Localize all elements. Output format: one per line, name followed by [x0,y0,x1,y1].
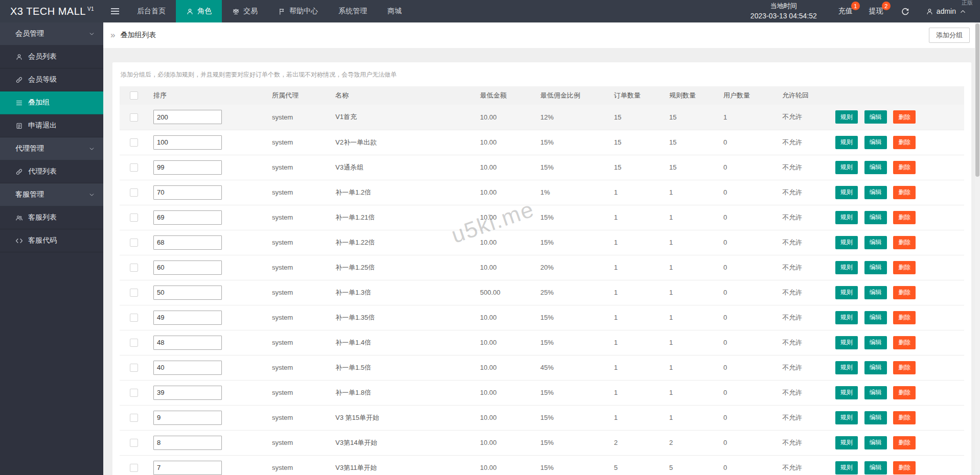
user-menu[interactable]: admin [919,7,980,15]
row-checkbox[interactable] [130,339,138,347]
edit-button[interactable]: 编辑 [864,361,887,374]
row-checkbox[interactable] [130,113,138,122]
withdraw-button[interactable]: 提现 2 [861,0,892,22]
nav-item-home[interactable]: 后台首页 [127,0,176,22]
row-checkbox[interactable] [130,314,138,322]
delete-button[interactable]: 删除 [893,286,916,299]
row-checkbox[interactable] [130,163,138,172]
rule-button[interactable]: 规则 [835,311,858,324]
edit-button[interactable]: 编辑 [864,286,887,299]
delete-button[interactable]: 删除 [893,386,916,399]
delete-button[interactable]: 删除 [893,236,916,249]
rule-button[interactable]: 规则 [835,411,858,424]
delete-button[interactable]: 删除 [893,110,916,124]
delete-button[interactable]: 删除 [893,136,916,149]
row-checkbox[interactable] [130,414,138,422]
sort-input[interactable] [153,110,222,124]
sort-input[interactable] [153,210,222,225]
sidebar-item-service-code[interactable]: 客服代码 [0,229,103,252]
row-checkbox[interactable] [130,239,138,247]
sidebar-section-agent-mgmt[interactable]: 代理管理 [0,137,103,160]
sort-input[interactable] [153,436,222,450]
rule-button[interactable]: 规则 [835,436,858,449]
delete-button[interactable]: 删除 [893,436,916,449]
edit-button[interactable]: 编辑 [864,336,887,349]
edit-button[interactable]: 编辑 [864,411,887,424]
vertical-scrollbar[interactable] [975,22,980,475]
delete-button[interactable]: 删除 [893,411,916,424]
recharge-button[interactable]: 充值 1 [830,0,861,22]
sort-input[interactable] [153,336,222,350]
row-checkbox[interactable] [130,264,138,272]
nav-item-mall[interactable]: 商城 [377,0,412,22]
sidebar-item-member-list[interactable]: 会员列表 [0,45,103,68]
rule-button[interactable]: 规则 [835,110,858,124]
rule-button[interactable]: 规则 [835,386,858,399]
nav-item-roles[interactable]: 角色 [176,0,222,22]
edit-button[interactable]: 编辑 [864,161,887,174]
row-checkbox[interactable] [130,289,138,297]
sidebar-section-service-mgmt[interactable]: 客服管理 [0,183,103,206]
scrollbar-thumb[interactable] [975,23,979,177]
sort-input[interactable] [153,386,222,400]
sidebar-item-member-level[interactable]: 会员等级 [0,68,103,91]
edit-button[interactable]: 编辑 [864,436,887,449]
sidebar-item-service-list[interactable]: 客服列表 [0,206,103,229]
sidebar-item-apply-exit[interactable]: 申请退出 [0,114,103,137]
edit-button[interactable]: 编辑 [864,461,887,474]
delete-button[interactable]: 删除 [893,311,916,324]
sort-input[interactable] [153,185,222,200]
delete-button[interactable]: 删除 [893,161,916,174]
nav-item-help-center[interactable]: 帮助中心 [268,0,328,22]
edit-button[interactable]: 编辑 [864,136,887,149]
nav-item-trade[interactable]: 交易 [222,0,268,22]
rule-button[interactable]: 规则 [835,186,858,199]
sort-input[interactable] [153,311,222,325]
row-checkbox[interactable] [130,464,138,472]
rule-button[interactable]: 规则 [835,161,858,174]
delete-button[interactable]: 删除 [893,461,916,474]
delete-button[interactable]: 删除 [893,261,916,274]
sort-input[interactable] [153,461,222,475]
sort-input[interactable] [153,411,222,425]
nav-item-system[interactable]: 系统管理 [328,0,377,22]
sort-input[interactable] [153,260,222,275]
delete-button[interactable]: 删除 [893,336,916,349]
edit-button[interactable]: 编辑 [864,211,887,224]
rule-button[interactable]: 规则 [835,461,858,474]
sort-input[interactable] [153,135,222,150]
sort-input[interactable] [153,286,222,300]
select-all-checkbox[interactable] [130,91,138,100]
sidebar-item-stacking-group[interactable]: 叠加组 [0,91,103,114]
sort-input[interactable] [153,361,222,375]
delete-button[interactable]: 删除 [893,211,916,224]
edit-button[interactable]: 编辑 [864,261,887,274]
rule-button[interactable]: 规则 [835,211,858,224]
rule-button[interactable]: 规则 [835,261,858,274]
delete-button[interactable]: 删除 [893,186,916,199]
sort-input[interactable] [153,235,222,250]
edit-button[interactable]: 编辑 [864,236,887,249]
rule-button[interactable]: 规则 [835,136,858,149]
menu-toggle-icon[interactable] [103,0,127,22]
rule-button[interactable]: 规则 [835,236,858,249]
row-checkbox[interactable] [130,188,138,197]
rule-button[interactable]: 规则 [835,286,858,299]
edit-button[interactable]: 编辑 [864,186,887,199]
row-checkbox[interactable] [130,439,138,447]
edit-button[interactable]: 编辑 [864,110,887,124]
sidebar-section-member-mgmt[interactable]: 会员管理 [0,22,103,45]
row-checkbox[interactable] [130,213,138,222]
refresh-icon[interactable] [892,7,919,16]
rule-button[interactable]: 规则 [835,361,858,374]
row-checkbox[interactable] [130,138,138,147]
edit-button[interactable]: 编辑 [864,311,887,324]
edit-button[interactable]: 编辑 [864,386,887,399]
row-checkbox[interactable] [130,364,138,372]
row-checkbox[interactable] [130,389,138,397]
delete-button[interactable]: 删除 [893,361,916,374]
sidebar-item-agent-list[interactable]: 代理列表 [0,160,103,183]
add-group-button[interactable]: 添加分组 [929,28,970,43]
rule-button[interactable]: 规则 [835,336,858,349]
sort-input[interactable] [153,160,222,175]
